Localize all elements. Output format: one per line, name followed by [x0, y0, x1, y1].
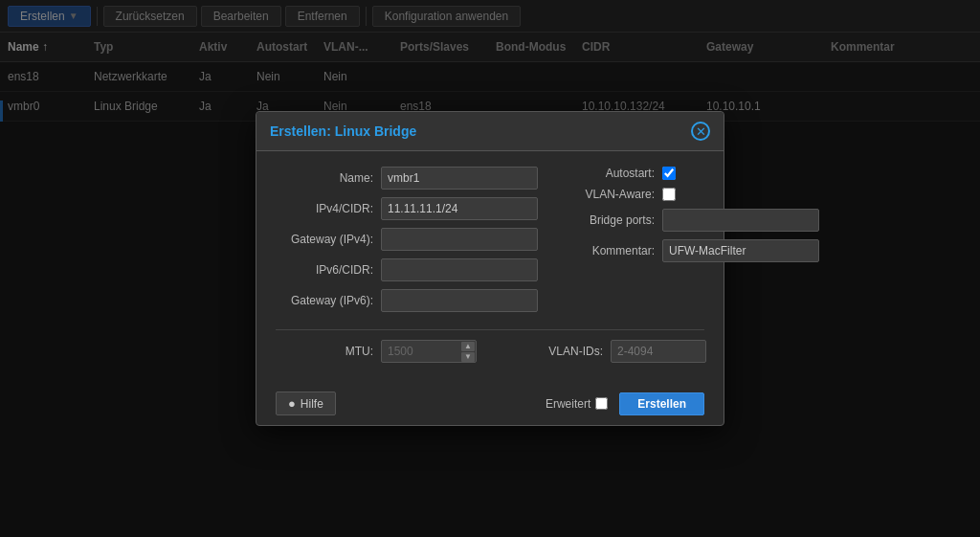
form-row-vlan-ids: VLAN-IDs:	[505, 340, 706, 363]
kommentar-label: Kommentar:	[557, 244, 662, 257]
ipv4cidr-input[interactable]	[381, 197, 538, 220]
modal-close-button[interactable]: ✕	[691, 122, 710, 141]
form-right-col: Autostart: VLAN-Aware: Bridge ports: Kom…	[557, 167, 819, 320]
form-row-ipv4cidr: IPv4/CIDR:	[276, 197, 538, 220]
modal-bottom-row: MTU: ▲ ▼ VLAN-IDs:	[276, 340, 704, 367]
kommentar-input[interactable]	[662, 239, 819, 262]
form-row-bridge-ports: Bridge ports:	[557, 209, 819, 232]
form-grid: Name: IPv4/CIDR: Gateway (IPv4): IPv6/CI…	[276, 167, 704, 320]
form-row-gateway-ipv4: Gateway (IPv4):	[276, 228, 538, 251]
erstellen-modal-button[interactable]: Erstellen	[619, 392, 704, 415]
help-label: Hilfe	[301, 397, 323, 411]
modal-body: Name: IPv4/CIDR: Gateway (IPv4): IPv6/CI…	[256, 151, 724, 382]
form-row-kommentar: Kommentar:	[557, 239, 819, 262]
ipv6cidr-input[interactable]	[381, 258, 538, 281]
bridge-ports-input[interactable]	[662, 209, 819, 232]
gateway-ipv4-label: Gateway (IPv4):	[276, 233, 381, 246]
create-linux-bridge-modal: Erstellen: Linux Bridge ✕ Name: IPv4/CID…	[256, 111, 724, 426]
footer-right: Erweitert Erstellen	[546, 392, 704, 415]
mtu-input-wrap: ▲ ▼	[381, 340, 477, 363]
modal-overlay: Erstellen: Linux Bridge ✕ Name: IPv4/CID…	[0, 0, 980, 537]
erweitert-label[interactable]: Erweitert	[546, 397, 608, 411]
mtu-spinner: ▲ ▼	[461, 342, 475, 362]
name-input[interactable]	[381, 167, 538, 190]
ipv6cidr-label: IPv6/CIDR:	[276, 263, 381, 277]
form-row-vlan-aware: VLAN-Aware:	[557, 188, 819, 201]
modal-header: Erstellen: Linux Bridge ✕	[256, 112, 724, 151]
help-circle-icon: ●	[288, 396, 296, 411]
gateway-ipv6-label: Gateway (IPv6):	[276, 294, 381, 307]
mtu-up-button[interactable]: ▲	[461, 342, 475, 351]
mtu-down-button[interactable]: ▼	[461, 352, 475, 362]
erweitert-text: Erweitert	[546, 397, 590, 411]
help-button[interactable]: ● Hilfe	[276, 392, 336, 415]
form-row-name: Name:	[276, 167, 538, 190]
modal-footer: ● Hilfe Erweitert Erstellen	[256, 382, 724, 425]
gateway-ipv6-input[interactable]	[381, 289, 538, 312]
vlan-ids-input[interactable]	[611, 340, 706, 363]
form-row-mtu: MTU: ▲ ▼	[276, 340, 477, 363]
modal-title: Erstellen: Linux Bridge	[270, 123, 416, 139]
erweitert-checkbox[interactable]	[595, 397, 608, 410]
modal-divider	[276, 329, 704, 330]
ipv4cidr-label: IPv4/CIDR:	[276, 202, 381, 215]
vlan-ids-label: VLAN-IDs:	[505, 345, 611, 358]
autostart-checkbox[interactable]	[662, 167, 676, 180]
name-label: Name:	[276, 171, 381, 185]
vlan-aware-checkbox[interactable]	[662, 188, 676, 201]
bridge-ports-label: Bridge ports:	[557, 213, 662, 227]
form-row-gateway-ipv6: Gateway (IPv6):	[276, 289, 538, 312]
form-row-ipv6cidr: IPv6/CIDR:	[276, 258, 538, 281]
vlan-aware-label: VLAN-Aware:	[557, 188, 662, 201]
gateway-ipv4-input[interactable]	[381, 228, 538, 251]
form-left-col: Name: IPv4/CIDR: Gateway (IPv4): IPv6/CI…	[276, 167, 538, 320]
autostart-label: Autostart:	[557, 167, 662, 180]
form-row-autostart: Autostart:	[557, 167, 819, 180]
mtu-label: MTU:	[276, 345, 381, 358]
